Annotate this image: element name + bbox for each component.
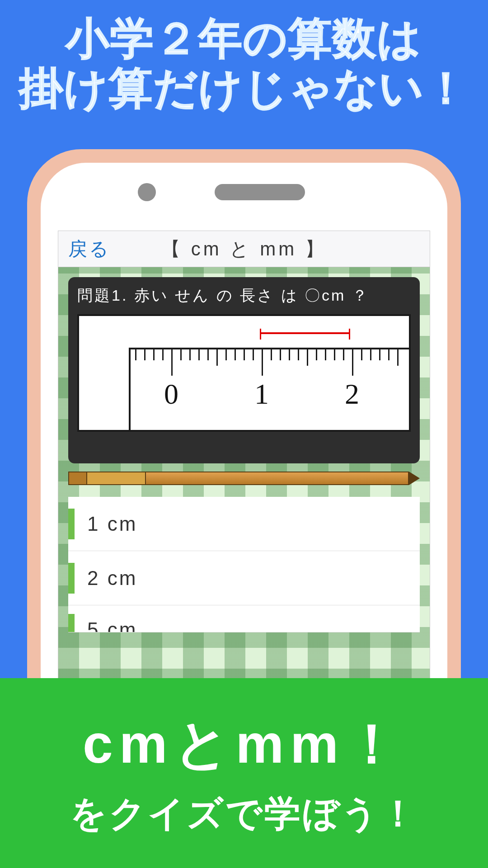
camera-icon xyxy=(138,183,156,201)
answer-option[interactable]: 1 cm xyxy=(68,497,420,551)
promo-bottom-line1: cmとmm！ xyxy=(0,708,488,782)
pencil-tip-icon xyxy=(409,472,420,485)
ruler-tick xyxy=(334,349,335,360)
ruler-tick xyxy=(316,349,317,360)
ruler-tick xyxy=(307,349,308,366)
answer-label: 5 cm xyxy=(87,618,137,632)
ruler-tick xyxy=(135,349,136,360)
answer-option[interactable]: 5 cm xyxy=(68,605,420,632)
ruler-tick xyxy=(298,349,299,360)
answer-marker-icon xyxy=(68,614,75,632)
ruler-illustration: 012 xyxy=(77,314,411,432)
pencil-ferrule-icon xyxy=(87,472,146,485)
pencil-shaft-icon xyxy=(146,472,409,485)
ruler-tick xyxy=(262,349,263,376)
answer-label: 1 cm xyxy=(87,513,137,535)
page-title: 【 cm と mm 】 xyxy=(58,236,430,262)
ruler-tick xyxy=(189,349,191,360)
answer-marker-icon xyxy=(68,563,75,594)
ruler-tick xyxy=(289,349,290,360)
ruler-tick xyxy=(216,349,218,366)
promo-top-banner: 小学２年の算数は 掛け算だけじゃない！ xyxy=(0,0,488,123)
ruler-tick xyxy=(253,349,254,360)
answer-list: 1 cm 2 cm 5 cm xyxy=(68,497,420,632)
answer-label: 2 cm xyxy=(87,567,137,590)
ruler-tick xyxy=(379,349,380,360)
ruler-tick xyxy=(225,349,227,360)
answer-marker-icon xyxy=(68,509,75,539)
ruler-body: 012 xyxy=(129,348,411,432)
ruler-tick xyxy=(244,349,245,360)
question-card: 問題1. 赤い せん の 長さ は 〇cm ？ 012 xyxy=(68,277,420,463)
ruler-tick xyxy=(153,349,155,360)
promo-bottom-banner: cmとmm！ をクイズで学ぼう！ xyxy=(0,678,488,868)
ruler-tick xyxy=(361,349,362,360)
phone-sensors xyxy=(41,183,447,201)
back-button[interactable]: 戻る xyxy=(58,236,110,262)
ruler-tick xyxy=(235,349,236,360)
red-line-icon xyxy=(260,332,350,334)
ruler-tick xyxy=(144,349,145,360)
promo-top-line2: 掛け算だけじゃない！ xyxy=(0,63,488,113)
ruler-tick xyxy=(207,349,209,360)
ruler-tick xyxy=(370,349,371,360)
ruler-tick xyxy=(397,349,399,366)
ruler-number: 0 xyxy=(164,377,178,411)
question-text: 問題1. 赤い せん の 長さ は 〇cm ？ xyxy=(77,285,411,306)
promo-bottom-line2: をクイズで学ぼう！ xyxy=(0,790,488,839)
speaker-icon xyxy=(215,184,305,200)
ruler-tick xyxy=(343,349,344,360)
ruler-number: 1 xyxy=(254,377,269,411)
promo-top-line1: 小学２年の算数は xyxy=(0,14,488,63)
ruler-tick xyxy=(352,349,353,376)
ruler-tick xyxy=(180,349,182,360)
ruler-tick xyxy=(162,349,164,360)
ruler-tick xyxy=(171,349,173,376)
answer-option[interactable]: 2 cm xyxy=(68,551,420,605)
navbar: 戻る 【 cm と mm 】 xyxy=(58,231,430,267)
ruler-number: 2 xyxy=(345,377,359,411)
pencil-eraser-icon xyxy=(68,472,87,485)
ruler-tick xyxy=(198,349,200,360)
ruler-tick xyxy=(325,349,326,360)
ruler-tick xyxy=(280,349,281,360)
ruler-tick xyxy=(271,349,272,360)
ruler-tick xyxy=(388,349,389,360)
progress-bar-pencil xyxy=(68,472,420,485)
